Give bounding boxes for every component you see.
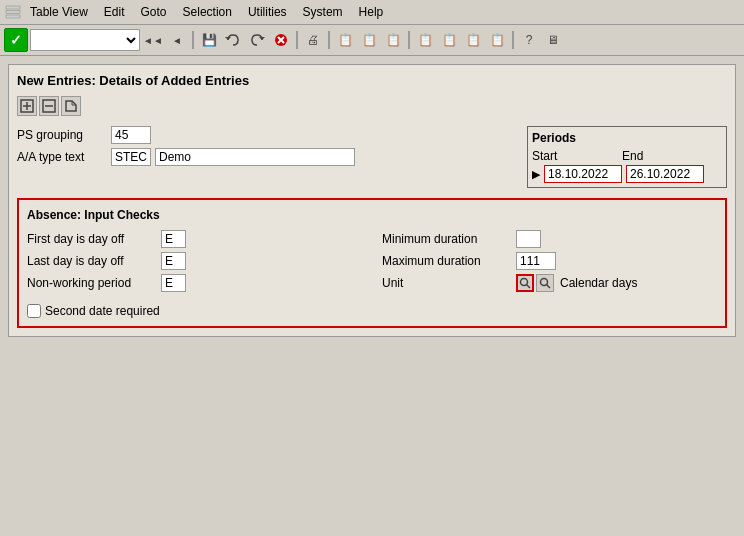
toolbar-monitor-btn[interactable]: 🖥 bbox=[542, 30, 564, 50]
toolbar-help-btn[interactable]: ? bbox=[518, 30, 540, 50]
menu-goto[interactable]: Goto bbox=[139, 4, 169, 20]
panel-toolbar bbox=[17, 96, 727, 116]
menu-selection[interactable]: Selection bbox=[181, 4, 234, 20]
toolbar-cut-btn[interactable]: 📋 bbox=[382, 30, 404, 50]
absence-right-col: Minimum duration Maximum duration Unit bbox=[382, 230, 717, 296]
panel-btn-3[interactable] bbox=[61, 96, 81, 116]
menu-table-view[interactable]: Table View bbox=[28, 4, 90, 20]
min-duration-label: Minimum duration bbox=[382, 232, 512, 246]
periods-data-row: ▶ bbox=[532, 165, 722, 183]
toolbar-stop-btn[interactable] bbox=[270, 30, 292, 50]
second-date-checkbox[interactable] bbox=[27, 304, 41, 318]
aa-type-prefix-input[interactable] bbox=[111, 148, 151, 166]
unit-lookup-browse-btn[interactable] bbox=[536, 274, 554, 292]
first-day-input[interactable] bbox=[161, 230, 186, 248]
unit-label: Unit bbox=[382, 276, 512, 290]
form-section: PS grouping A/A type text Periods Start … bbox=[17, 126, 727, 188]
toolbar-action1-btn[interactable]: 📋 bbox=[414, 30, 436, 50]
unit-lookup: Calendar days bbox=[516, 274, 637, 292]
periods-title: Periods bbox=[532, 131, 722, 145]
toolbar-print-btn[interactable]: 🖨 bbox=[302, 30, 324, 50]
svg-point-13 bbox=[521, 279, 528, 286]
absence-grid: First day is day off Last day is day off… bbox=[27, 230, 717, 296]
toolbar-action3-btn[interactable]: 📋 bbox=[462, 30, 484, 50]
periods-box: Periods Start End ▶ bbox=[527, 126, 727, 188]
svg-marker-3 bbox=[225, 37, 231, 40]
menu-edit[interactable]: Edit bbox=[102, 4, 127, 20]
last-day-row: Last day is day off bbox=[27, 252, 362, 270]
toolbar-separator bbox=[192, 31, 194, 49]
main-area: New Entries: Details of Added Entries PS… bbox=[0, 56, 744, 345]
toolbar-separator4 bbox=[408, 31, 410, 49]
unit-lookup-search-btn[interactable] bbox=[516, 274, 534, 292]
last-day-label: Last day is day off bbox=[27, 254, 157, 268]
sap-menu-icon[interactable] bbox=[4, 3, 22, 21]
ps-grouping-label: PS grouping bbox=[17, 128, 107, 142]
menu-items: Table View Edit Goto Selection Utilities… bbox=[28, 4, 385, 20]
svg-rect-0 bbox=[6, 6, 20, 9]
unit-row: Unit bbox=[382, 274, 717, 292]
second-date-row: Second date required bbox=[27, 304, 717, 318]
max-duration-row: Maximum duration bbox=[382, 252, 717, 270]
toolbar-copy-btn[interactable]: 📋 bbox=[334, 30, 356, 50]
nonworking-label: Non-working period bbox=[27, 276, 157, 290]
period-start-input[interactable] bbox=[544, 165, 622, 183]
content-panel: New Entries: Details of Added Entries PS… bbox=[8, 64, 736, 337]
second-date-label: Second date required bbox=[45, 304, 160, 318]
toolbar-nav-prev[interactable]: ◄ bbox=[166, 30, 188, 50]
first-day-label: First day is day off bbox=[27, 232, 157, 246]
svg-rect-2 bbox=[6, 15, 20, 18]
absence-left-col: First day is day off Last day is day off… bbox=[27, 230, 362, 296]
menu-system[interactable]: System bbox=[301, 4, 345, 20]
absence-section: Absence: Input Checks First day is day o… bbox=[17, 198, 727, 328]
panel-btn-1[interactable] bbox=[17, 96, 37, 116]
aa-type-text-input[interactable] bbox=[155, 148, 355, 166]
last-day-input[interactable] bbox=[161, 252, 186, 270]
panel-btn-2[interactable] bbox=[39, 96, 59, 116]
toolbar-save-btn[interactable]: 💾 bbox=[198, 30, 220, 50]
toolbar-dropdown[interactable] bbox=[30, 29, 140, 51]
toolbar-paste-btn[interactable]: 📋 bbox=[358, 30, 380, 50]
first-day-row: First day is day off bbox=[27, 230, 362, 248]
unit-text: Calendar days bbox=[560, 276, 637, 290]
ps-grouping-input[interactable] bbox=[111, 126, 151, 144]
form-left: PS grouping A/A type text bbox=[17, 126, 507, 188]
toolbar-redo-btn[interactable] bbox=[246, 30, 268, 50]
nonworking-row: Non-working period bbox=[27, 274, 362, 292]
nonworking-input[interactable] bbox=[161, 274, 186, 292]
svg-line-16 bbox=[547, 285, 551, 289]
svg-rect-1 bbox=[6, 11, 20, 14]
menu-utilities[interactable]: Utilities bbox=[246, 4, 289, 20]
ps-grouping-row: PS grouping bbox=[17, 126, 507, 144]
toolbar-undo-btn[interactable] bbox=[222, 30, 244, 50]
toolbar-action2-btn[interactable]: 📋 bbox=[438, 30, 460, 50]
periods-end-col: End bbox=[622, 149, 702, 163]
toolbar-separator3 bbox=[328, 31, 330, 49]
menu-bar: Table View Edit Goto Selection Utilities… bbox=[0, 0, 744, 25]
toolbar-action4-btn[interactable]: 📋 bbox=[486, 30, 508, 50]
aa-type-row: A/A type text bbox=[17, 148, 507, 166]
panel-title: New Entries: Details of Added Entries bbox=[17, 73, 727, 88]
toolbar-separator5 bbox=[512, 31, 514, 49]
toolbar-nav-first[interactable]: ◄◄ bbox=[142, 30, 164, 50]
periods-arrow-icon: ▶ bbox=[532, 168, 540, 181]
min-duration-row: Minimum duration bbox=[382, 230, 717, 248]
toolbar-confirm-btn[interactable]: ✓ bbox=[4, 28, 28, 52]
aa-type-label: A/A type text bbox=[17, 150, 107, 164]
toolbar: ✓ ◄◄ ◄ 💾 🖨 📋 📋 📋 📋 📋 📋 📋 ? 🖥 bbox=[0, 25, 744, 56]
toolbar-separator2 bbox=[296, 31, 298, 49]
periods-start-col: Start bbox=[532, 149, 612, 163]
min-duration-input[interactable] bbox=[516, 230, 541, 248]
svg-point-15 bbox=[541, 279, 548, 286]
max-duration-label: Maximum duration bbox=[382, 254, 512, 268]
svg-line-14 bbox=[527, 285, 531, 289]
period-end-input[interactable] bbox=[626, 165, 704, 183]
absence-section-title: Absence: Input Checks bbox=[27, 208, 717, 222]
periods-header: Start End bbox=[532, 149, 722, 163]
max-duration-input[interactable] bbox=[516, 252, 556, 270]
menu-help[interactable]: Help bbox=[357, 4, 386, 20]
svg-marker-4 bbox=[259, 37, 265, 40]
